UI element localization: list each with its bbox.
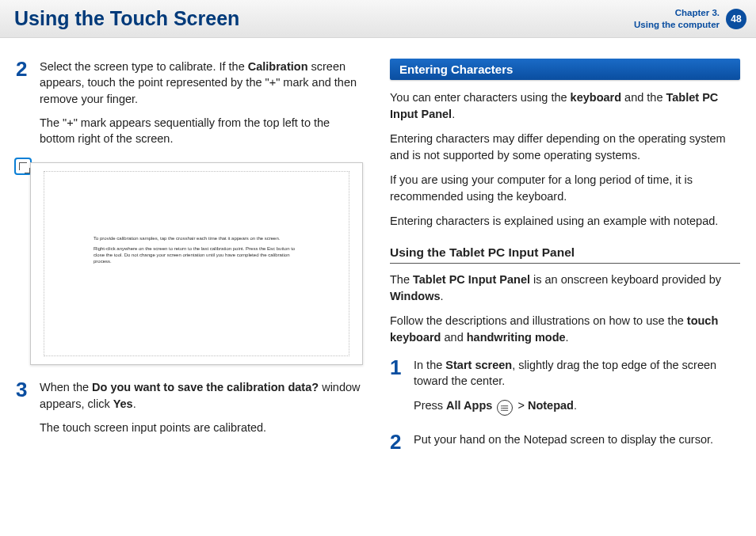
step-number: 1 — [390, 357, 406, 424]
all-apps-icon — [497, 400, 513, 416]
text: is an onscreen keyboard provided by — [530, 273, 721, 286]
step-number: 2 — [16, 59, 32, 154]
step-3-para-2: The touch screen input points are calibr… — [40, 420, 366, 435]
text: . — [441, 290, 444, 302]
left-column: 2 Select the screen type to calibrate. I… — [16, 59, 366, 464]
text: . — [574, 399, 577, 412]
step-number: 2 — [390, 431, 406, 455]
step-2: 2 Select the screen type to calibrate. I… — [16, 59, 366, 154]
section-heading-entering-characters: Entering Characters — [390, 59, 740, 80]
text: Follow the descriptions and illustration… — [390, 314, 687, 327]
svg-point-5 — [501, 409, 502, 410]
paragraph: Follow the descriptions and illustration… — [390, 313, 740, 346]
page-number-badge: 48 — [726, 9, 746, 29]
paragraph: The Tablet PC Input Panel is an onscreen… — [390, 272, 740, 305]
text: You can enter characters using the — [390, 91, 571, 104]
text: The — [390, 273, 413, 286]
step-3-para-1: When the Do you want to save the calibra… — [40, 379, 366, 412]
paragraph: Entering characters is explained using a… — [390, 213, 740, 230]
paragraph: You can enter characters using the keybo… — [390, 89, 740, 123]
svg-point-3 — [501, 405, 502, 406]
bold-text: Calibration — [248, 60, 308, 73]
page-title: Using the Touch Screen — [14, 7, 634, 30]
subheading-tablet-pc-input-panel: Using the Tablet PC Input Panel — [390, 245, 740, 264]
bold-text: Start screen — [445, 359, 512, 371]
step-number: 3 — [16, 379, 32, 443]
step-body: Select the screen type to calibrate. If … — [40, 59, 366, 154]
bold-text: Yes — [113, 397, 133, 410]
right-step-1-para-2: Press All Apps > Notepad. — [414, 397, 740, 416]
chapter-line-1: Chapter 3. — [634, 7, 720, 18]
text: and — [441, 331, 466, 344]
text: Select the screen type to calibrate. If … — [40, 60, 248, 73]
content-area: 2 Select the screen type to calibrate. I… — [0, 38, 756, 480]
right-step-1-para-1: In the Start screen, slightly drag the t… — [414, 357, 740, 390]
right-step-2-para-1: Put your hand on the Notepad screen to d… — [414, 431, 713, 447]
chapter-line-2: Using the computer — [634, 19, 720, 30]
step-3: 3 When the Do you want to save the calib… — [16, 379, 366, 443]
step-2-para-2: The "+" mark appears sequentially from t… — [40, 115, 366, 147]
right-column: Entering Characters You can enter charac… — [390, 59, 740, 464]
bold-text: keyboard — [571, 91, 621, 104]
text: . — [566, 331, 569, 344]
right-step-1: 1 In the Start screen, slightly drag the… — [390, 357, 740, 424]
right-step-2: 2 Put your hand on the Notepad screen to… — [390, 431, 740, 455]
text: > — [517, 399, 528, 412]
text: When the — [40, 381, 92, 393]
bold-text: Tablet PC Input Panel — [413, 273, 530, 286]
svg-point-4 — [501, 408, 502, 409]
text: and the — [621, 91, 666, 104]
step-body: When the Do you want to save the calibra… — [40, 379, 366, 443]
page-header: Using the Touch Screen Chapter 3. Using … — [0, 0, 756, 38]
calibration-window-image: To provide calibration samples, tap the … — [30, 162, 363, 365]
paragraph: Entering characters may differ depending… — [390, 131, 740, 164]
calibration-instruction-text: To provide calibration samples, tap the … — [94, 235, 300, 268]
text: . — [133, 397, 136, 410]
step-2-para-1: Select the screen type to calibrate. If … — [40, 59, 366, 107]
text: . — [452, 108, 455, 120]
paragraph: If you are using your computer for a lon… — [390, 172, 740, 205]
calibration-figure: To provide calibration samples, tap the … — [16, 162, 366, 365]
bold-text: Notepad — [528, 399, 574, 412]
step-body: Put your hand on the Notepad screen to d… — [414, 431, 713, 455]
bold-text: Windows — [390, 290, 441, 302]
text: Press — [414, 399, 446, 412]
step-body: In the Start screen, slightly drag the t… — [414, 357, 740, 424]
text: In the — [414, 359, 445, 371]
bold-text: All Apps — [446, 399, 492, 412]
text: Right-click anywhere on the screen to re… — [94, 245, 300, 265]
text: To provide calibration samples, tap the … — [94, 235, 300, 241]
chapter-info: Chapter 3. Using the computer — [634, 7, 720, 30]
bold-text: handwriting mode — [467, 331, 566, 344]
bold-text: Do you want to save the calibration data… — [92, 381, 319, 393]
orientation-icon — [14, 158, 32, 175]
